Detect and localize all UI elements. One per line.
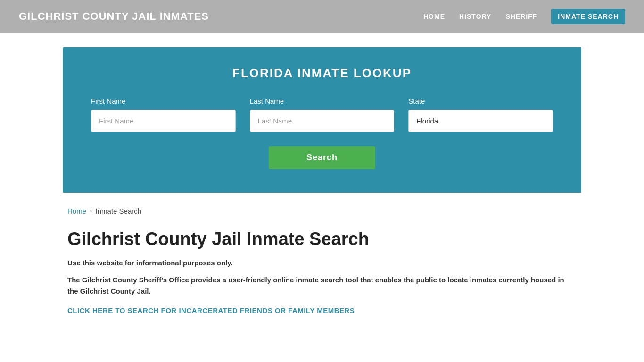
main-content: Gilchrist County Jail Inmate Search Use … bbox=[63, 229, 581, 343]
lookup-title: FLORIDA INMATE LOOKUP bbox=[91, 66, 553, 81]
nav-sheriff[interactable]: SHERIFF bbox=[505, 13, 537, 20]
cta-link[interactable]: CLICK HERE to Search for Incarcerated Fr… bbox=[67, 306, 355, 314]
site-title: GILCHRIST COUNTY JAIL INMATES bbox=[19, 10, 209, 23]
page-heading: Gilchrist County Jail Inmate Search bbox=[67, 229, 577, 249]
breadcrumb-current-page: Inmate Search bbox=[96, 207, 142, 215]
state-input[interactable] bbox=[408, 110, 553, 132]
state-label: State bbox=[408, 97, 553, 105]
search-button-row: Search bbox=[91, 146, 553, 169]
first-name-group: First Name bbox=[91, 97, 236, 132]
nav-history[interactable]: HISTORY bbox=[459, 13, 491, 20]
nav-home[interactable]: HOME bbox=[423, 13, 445, 20]
last-name-input[interactable] bbox=[250, 110, 395, 132]
last-name-label: Last Name bbox=[250, 97, 395, 105]
main-nav: HOME HISTORY SHERIFF INMATE SEARCH bbox=[423, 9, 625, 24]
description-text: The Gilchrist County Sheriff's Office pr… bbox=[67, 274, 577, 297]
breadcrumb-home-link[interactable]: Home bbox=[67, 207, 86, 215]
inmate-lookup-section: FLORIDA INMATE LOOKUP First Name Last Na… bbox=[63, 47, 581, 193]
site-header: GILCHRIST COUNTY JAIL INMATES HOME HISTO… bbox=[0, 0, 644, 33]
nav-inmate-search[interactable]: INMATE SEARCH bbox=[551, 9, 625, 24]
breadcrumb: Home • Inmate Search bbox=[63, 207, 581, 215]
state-group: State bbox=[408, 97, 553, 132]
search-button[interactable]: Search bbox=[269, 146, 375, 169]
disclaimer-text: Use this website for informational purpo… bbox=[67, 259, 577, 267]
breadcrumb-separator: • bbox=[90, 208, 92, 214]
search-form-row: First Name Last Name State bbox=[91, 97, 553, 132]
first-name-label: First Name bbox=[91, 97, 236, 105]
first-name-input[interactable] bbox=[91, 110, 236, 132]
last-name-group: Last Name bbox=[250, 97, 395, 132]
